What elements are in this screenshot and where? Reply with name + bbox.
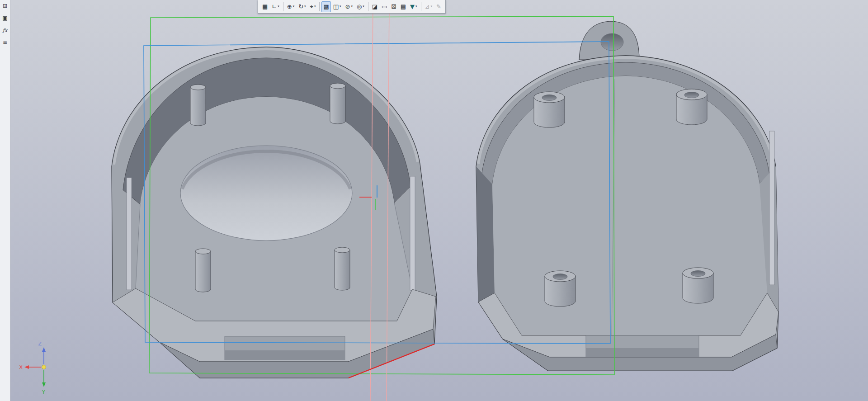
sidebar-item-variables[interactable]: ƒx — [1, 26, 9, 34]
view-orientation-button[interactable]: ⌖▾ — [308, 1, 318, 12]
panels-icon: ⊞ — [3, 3, 7, 9]
left-wall-slot — [127, 178, 132, 290]
boss-cylinder[interactable] — [545, 271, 576, 307]
right-wall-slot — [769, 131, 774, 285]
coordinate-system-button[interactable]: ∟▾ — [270, 1, 281, 12]
dropdown-arrow-icon: ▾ — [304, 5, 306, 8]
mounting-post[interactable] — [190, 85, 206, 126]
pencil-icon: ✎ — [436, 4, 441, 9]
toolbar-separator — [421, 2, 421, 11]
tab-hole — [601, 33, 623, 51]
clip-region-button[interactable]: ▭ — [380, 1, 389, 12]
shaded-cube-icon: ▩ — [323, 4, 329, 9]
coordinate-system-icon: ∟ — [272, 4, 277, 9]
mounting-post[interactable] — [330, 83, 345, 124]
dashed-box-icon: ▭ — [382, 4, 387, 9]
left-wall-band — [476, 166, 495, 302]
components-dice-icon: ⚄ — [391, 4, 396, 9]
section-view-button[interactable]: ◪ — [370, 1, 379, 12]
hamburger-icon: ≡ — [3, 40, 7, 45]
dropdown-arrow-icon: ▾ — [415, 5, 417, 8]
display-mode-cube-icon: ◫ — [333, 4, 339, 9]
components-button[interactable]: ⚄ — [389, 1, 398, 12]
sidebar-item-parameters[interactable]: ▣ — [1, 14, 9, 22]
section-icon: ◪ — [372, 4, 377, 9]
sidebar-item-main-menu[interactable]: ≡ — [1, 38, 9, 47]
fx-icon: ƒx — [3, 28, 7, 33]
x-axis-label: X — [19, 364, 23, 370]
dropdown-arrow-icon: ▾ — [363, 5, 364, 8]
triad-origin-dot — [42, 365, 46, 369]
hide-objects-button[interactable]: ⊘▾ — [344, 1, 354, 12]
parameters-grid-icon: ▣ — [2, 15, 7, 21]
grid-icon: ▦ — [262, 4, 268, 9]
grid-button[interactable]: ▦ — [260, 1, 269, 12]
base-notch — [225, 336, 345, 360]
measure-button: ⊿▾ — [423, 1, 434, 12]
dropdown-arrow-icon: ▾ — [314, 5, 316, 8]
shaded-display-button[interactable]: ▩ — [321, 1, 330, 12]
z-axis-arrow — [42, 347, 46, 352]
y-axis-label: Y — [42, 389, 45, 395]
central-hole[interactable] — [180, 146, 352, 241]
mounting-post[interactable] — [335, 247, 350, 290]
boss-cylinder[interactable] — [683, 268, 713, 303]
y-axis-arrow — [42, 382, 46, 387]
measure-icon: ⊿ — [425, 4, 430, 9]
toolbar-separator — [368, 2, 368, 11]
orientation-triad: Z X Y — [19, 341, 46, 395]
viewport-canvas[interactable]: Z X Y — [0, 0, 868, 401]
document-icon: ▤ — [401, 4, 406, 9]
mounting-post[interactable] — [195, 249, 211, 292]
zoom-icon: ⊕ — [287, 4, 292, 9]
eye-circle-icon: ◎ — [357, 4, 362, 9]
eye-slash-icon: ⊘ — [345, 4, 350, 9]
toolbar-separator — [283, 2, 283, 11]
view-toolbar: ▦∟▾⊕▾↻▾⌖▾▩◫▾⊘▾◎▾◪▭⚄▤▼▾⊿▾✎ — [258, 0, 446, 14]
edit-sketch-button: ✎ — [434, 1, 443, 12]
orbit-button[interactable]: ↻▾ — [297, 1, 307, 12]
report-button[interactable]: ▤ — [399, 1, 408, 12]
toolbar-separator — [319, 2, 320, 11]
z-axis-label: Z — [38, 341, 42, 347]
filter-funnel-icon: ▼ — [410, 4, 415, 9]
boss-cylinder[interactable] — [676, 89, 707, 125]
zoom-button[interactable]: ⊕▾ — [285, 1, 296, 12]
display-mode-button[interactable]: ◫▾ — [331, 1, 343, 12]
right-wall-slot — [410, 176, 415, 290]
orbit-rotate-icon: ↻ — [298, 4, 303, 9]
base-notch — [586, 335, 699, 357]
x-axis-arrow — [24, 365, 29, 369]
dropdown-arrow-icon: ▾ — [351, 5, 353, 8]
show-hidden-objects-button[interactable]: ◎▾ — [355, 1, 366, 12]
view-orientation-icon: ⌖ — [310, 4, 313, 9]
dropdown-arrow-icon: ▾ — [293, 5, 295, 8]
dropdown-arrow-icon: ▾ — [340, 5, 341, 8]
dropdown-arrow-icon: ▾ — [430, 5, 432, 8]
left-panel-strip: ⊞▣ƒx≡ — [0, 0, 10, 401]
right-part-model[interactable] — [476, 21, 778, 371]
sidebar-item-panels[interactable]: ⊞ — [1, 2, 9, 10]
filter-button[interactable]: ▼▾ — [408, 1, 419, 12]
boss-cylinder[interactable] — [534, 92, 565, 127]
dropdown-arrow-icon: ▾ — [278, 5, 279, 8]
cad-application-window: Z X Y ⊞▣ƒx≡ ▦∟▾⊕▾↻▾⌖▾▩◫▾⊘▾◎▾◪▭⚄▤▼▾⊿▾✎ — [0, 0, 868, 401]
